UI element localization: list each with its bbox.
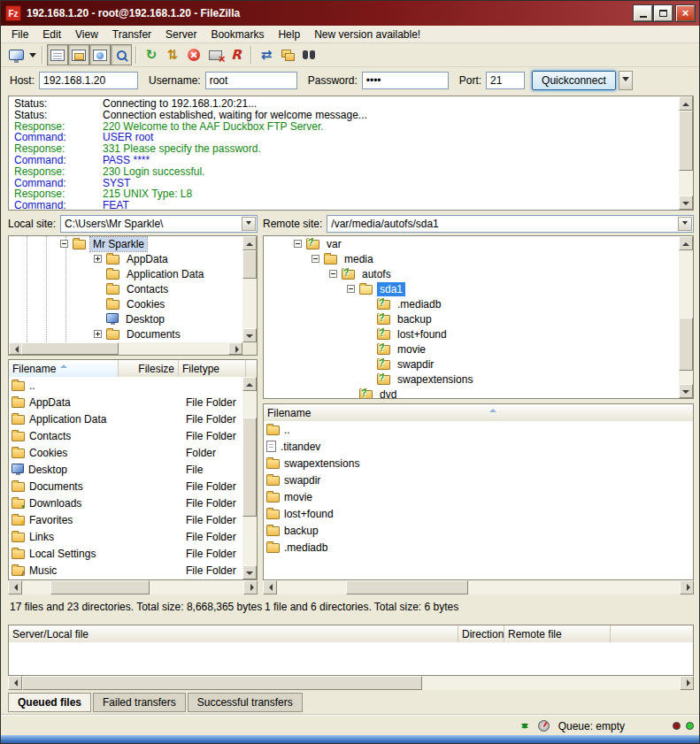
column-header-remote-file[interactable]: Remote file xyxy=(504,625,611,642)
local-tree-vscrollbar[interactable] xyxy=(242,236,257,342)
collapse-icon[interactable] xyxy=(60,240,68,248)
scroll-up-button[interactable] xyxy=(679,236,693,250)
local-list-vscrollbar[interactable] xyxy=(242,377,257,579)
file-row[interactable]: AppDataFile Folder xyxy=(9,394,257,410)
menu-view[interactable]: View xyxy=(68,27,105,42)
remote-site-combo[interactable]: /var/media/autofs/sda1 xyxy=(327,215,694,233)
tree-item-lost-found[interactable]: lost+found xyxy=(264,326,693,341)
maximize-button[interactable] xyxy=(654,5,673,21)
menu-transfer[interactable]: Transfer xyxy=(105,27,158,42)
scroll-down-button[interactable] xyxy=(679,196,693,210)
tab-queued-files[interactable]: Queued files xyxy=(8,693,91,712)
scroll-up-button[interactable] xyxy=(679,96,693,111)
file-row[interactable]: FavoritesFile Folder xyxy=(9,511,257,528)
tree-item-sda1[interactable]: sda1 xyxy=(264,281,693,296)
menu-server[interactable]: Server xyxy=(158,27,204,42)
menu-help[interactable]: Help xyxy=(271,27,307,42)
file-row[interactable]: DownloadsFile Folder xyxy=(9,495,257,511)
tree-item-var[interactable]: var xyxy=(264,236,693,251)
scroll-down-button[interactable] xyxy=(242,328,257,342)
file-row[interactable]: backup xyxy=(264,522,693,539)
local-list-hscrollbar[interactable] xyxy=(8,580,258,594)
host-input[interactable] xyxy=(39,72,138,89)
file-row[interactable]: swapdir xyxy=(264,472,693,488)
column-header-filetype[interactable]: Filetype xyxy=(179,360,246,377)
scroll-thumb[interactable] xyxy=(50,580,150,594)
menu-bookmarks[interactable]: Bookmarks xyxy=(204,27,271,42)
scroll-thumb[interactable] xyxy=(679,111,693,171)
reconnect-button[interactable] xyxy=(226,44,247,65)
file-row[interactable]: Application DataFile Folder xyxy=(9,410,257,427)
tree-item-media[interactable]: media xyxy=(264,251,693,266)
scroll-thumb[interactable] xyxy=(242,418,257,517)
site-manager-dropdown-button[interactable] xyxy=(27,44,38,65)
expand-icon[interactable] xyxy=(94,255,102,263)
scroll-left-button[interactable] xyxy=(8,676,22,690)
column-header-filesize[interactable]: Filesize xyxy=(119,360,179,377)
local-site-dropdown-button[interactable] xyxy=(242,217,256,231)
queue-hscrollbar[interactable] xyxy=(8,676,694,690)
scroll-thumb[interactable] xyxy=(22,676,422,690)
file-row[interactable]: DesktopFile xyxy=(9,461,257,478)
scroll-thumb[interactable] xyxy=(679,318,693,371)
tree-item-swapextensions[interactable]: swapextensions xyxy=(264,372,693,387)
file-row-parent[interactable]: .. xyxy=(264,421,693,438)
file-row[interactable]: CookiesFolder xyxy=(9,444,257,461)
scroll-right-button[interactable] xyxy=(680,676,694,690)
toggle-local-tree-button[interactable] xyxy=(68,44,89,65)
tree-item-swapdir[interactable]: swapdir xyxy=(264,357,693,372)
tree-item-backup[interactable]: backup xyxy=(264,311,693,326)
toggle-message-log-button[interactable] xyxy=(47,44,68,65)
file-row[interactable]: ContactsFile Folder xyxy=(9,427,257,444)
scroll-left-button[interactable] xyxy=(263,580,277,594)
quickconnect-button[interactable]: Quickconnect xyxy=(532,71,616,90)
column-header-filename[interactable]: Filename xyxy=(264,404,694,421)
toggle-remote-tree-button[interactable] xyxy=(89,44,111,65)
scroll-down-button[interactable] xyxy=(242,565,257,579)
directory-comparison-button[interactable] xyxy=(256,44,277,65)
transfer-arrows-icon[interactable] xyxy=(519,719,531,732)
find-files-button[interactable] xyxy=(298,44,319,65)
file-row[interactable]: Local SettingsFile Folder xyxy=(9,545,257,562)
close-button[interactable] xyxy=(676,5,695,21)
scroll-up-button[interactable] xyxy=(242,377,257,391)
file-row[interactable]: movie xyxy=(264,488,693,505)
synchronized-browsing-button[interactable] xyxy=(277,44,298,65)
username-input[interactable] xyxy=(205,72,297,89)
tree-item-mediadb[interactable]: .mediadb xyxy=(264,296,693,311)
menu-file[interactable]: File xyxy=(4,27,35,42)
file-row[interactable]: LinksFile Folder xyxy=(9,528,257,545)
remote-list-hscrollbar[interactable] xyxy=(263,580,694,594)
scroll-thumb[interactable] xyxy=(242,250,257,279)
tree-item-dvd[interactable]: dvd xyxy=(264,387,693,399)
scroll-left-button[interactable] xyxy=(8,580,22,594)
file-row-parent[interactable]: .. xyxy=(9,377,257,394)
cancel-operation-button[interactable] xyxy=(183,44,204,65)
collapse-icon[interactable] xyxy=(329,270,337,278)
file-row[interactable]: .titandev xyxy=(264,438,693,455)
scroll-down-button[interactable] xyxy=(679,384,693,398)
collapse-icon[interactable] xyxy=(312,255,319,263)
local-site-combo[interactable]: C:\Users\Mr Sparkle\ xyxy=(60,215,258,233)
menu-new-version[interactable]: New version available! xyxy=(307,27,427,42)
file-row[interactable]: lost+found xyxy=(264,505,693,522)
scroll-right-button[interactable] xyxy=(680,580,694,594)
column-header-filename[interactable]: Filename xyxy=(9,360,119,377)
tab-successful-transfers[interactable]: Successful transfers xyxy=(188,693,303,712)
remote-site-dropdown-button[interactable] xyxy=(678,217,692,231)
file-row[interactable]: MusicFile Folder xyxy=(9,562,257,579)
tab-failed-transfers[interactable]: Failed transfers xyxy=(93,693,186,712)
column-header-server-local-file[interactable]: Server/Local file xyxy=(9,625,458,642)
filename-filters-button[interactable] xyxy=(111,44,132,65)
scroll-right-button[interactable] xyxy=(243,580,258,594)
column-header-direction[interactable]: Direction xyxy=(458,625,504,642)
log-scrollbar[interactable] xyxy=(679,96,693,210)
scroll-right-button[interactable] xyxy=(228,342,242,355)
tree-item-movie[interactable]: movie xyxy=(264,341,693,357)
menu-edit[interactable]: Edit xyxy=(35,27,68,42)
process-queue-button[interactable] xyxy=(162,44,183,65)
minimize-button[interactable] xyxy=(634,5,652,21)
refresh-button[interactable] xyxy=(141,44,162,65)
remote-tree-vscrollbar[interactable] xyxy=(679,236,693,398)
quickconnect-dropdown-button[interactable] xyxy=(619,71,633,90)
